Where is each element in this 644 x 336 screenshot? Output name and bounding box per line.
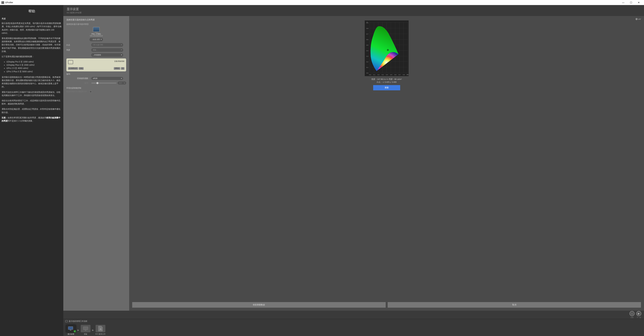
cie-chart: yx 0.00.10.20.30.40.50.60.70.80.9 0.00.1… xyxy=(365,20,408,77)
help-para: 以下是愛色麗設備的建議測量範圍： xyxy=(2,55,62,58)
nav-bar: ⌂ 主页 ▶ 下一步 xyxy=(63,311,644,319)
help-para: 愛色麗測量設備涵蓋如此廣的亮度範圍。不同的設備具有不同的建議測量範圍。如果選取超… xyxy=(2,37,62,53)
step-thumb-icon xyxy=(66,325,76,332)
backlight-dropdown[interactable]: 白光 LED xyxy=(90,38,103,41)
help-device-list: i1Display Pro 0 至 1000 cd/m2 i1Display P… xyxy=(6,60,62,73)
svg-text:0.8: 0.8 xyxy=(366,28,368,29)
page-title: 显示设置 xyxy=(67,7,640,11)
svg-text:0.2: 0.2 xyxy=(366,61,368,63)
svg-text:0.9: 0.9 xyxy=(406,74,408,76)
close-button[interactable]: ✕ xyxy=(635,0,643,5)
illuminance-readout: 照度：147.961 lx => 亮度：80 cd/m² xyxy=(372,78,402,81)
radio-icon xyxy=(636,18,638,20)
page-subtitle: ICC 配置文件设置 xyxy=(67,12,640,14)
ambient-checkbox-label: 根据周围的环境配置文件： xyxy=(66,90,89,93)
device-tag: CAL xyxy=(79,67,84,70)
monitor-icon xyxy=(93,27,100,32)
svg-text:0.1: 0.1 xyxy=(366,67,368,68)
svg-rect-47 xyxy=(83,327,88,330)
main-header: 显示设置 ICC 配置文件设置 xyxy=(63,5,644,16)
svg-text:0.0: 0.0 xyxy=(366,72,368,74)
tone-curve-dropdown[interactable]: sRGB xyxy=(91,77,123,80)
keep-measurement-button[interactable]: 保留测量数据 xyxy=(132,302,386,308)
list-item: i1Display Pro 0 至 1000 cd/m2 xyxy=(6,60,62,64)
help-para: 倘若在比較明亮的環境下工作，或是將顯示器與受控的照明條件匹配時，建議使用較高亮度… xyxy=(2,99,62,106)
workflow-bar: 显示色彩管理工作流程 显示设置 ▶ 测量 ▶ xyxy=(63,319,644,336)
help-note: 注意：如果您希望匹配周圍白點和亮度，建議啟用使用白點測量中的亮度而不是進行 2 … xyxy=(2,116,62,122)
svg-text:0.6: 0.6 xyxy=(394,74,396,76)
svg-text:0.7: 0.7 xyxy=(366,33,368,35)
next-button[interactable]: ▶ 下一步 xyxy=(636,311,641,318)
tone-curve-label: 语调感应函数： xyxy=(66,77,90,80)
display-type-label: 选择您的显示器与技术类型 xyxy=(66,23,126,26)
main-area: 显示设置 ICC 配置文件设置 选择您显示器的目标白点和亮度 选择您的显示器与技… xyxy=(63,5,644,336)
workflow-step-measure[interactable]: 测量 xyxy=(81,325,90,335)
svg-text:0.3: 0.3 xyxy=(382,74,384,76)
chevron-right-icon: ▶ xyxy=(92,329,94,331)
app-icon xyxy=(1,1,4,4)
svg-text:0.4: 0.4 xyxy=(366,50,368,52)
maximize-button[interactable]: ☐ xyxy=(627,0,635,5)
svg-text:0.8: 0.8 xyxy=(403,74,405,76)
window-title: i1Profiler xyxy=(5,1,619,4)
home-icon: ⌂ xyxy=(630,311,634,316)
gamma-value[interactable]: 2.2 xyxy=(118,82,126,84)
note-label: 注意： xyxy=(2,116,8,119)
monitor-id: UKC2016003014 xyxy=(66,35,126,37)
svg-text:0.9: 0.9 xyxy=(366,22,368,24)
svg-text:0.4: 0.4 xyxy=(386,74,388,76)
svg-rect-48 xyxy=(85,330,86,330)
device-info-icon[interactable]: ⓘ xyxy=(121,67,124,70)
workflow-step-icc-profile[interactable]: ICC 配置文件 xyxy=(96,325,106,335)
help-heading: 亮度 xyxy=(2,17,62,20)
home-button[interactable]: ⌂ 主页 xyxy=(630,311,634,318)
window-titlebar: i1Profiler — ☐ ✕ xyxy=(0,0,644,5)
measurement-readout: 照度：147.961 lx => 亮度：80 cd/m² 白点： x: 0.42… xyxy=(372,78,402,84)
workflow-title: 显示色彩管理工作流程 xyxy=(63,319,644,324)
ambient-control-label: 环境光源智能控制 xyxy=(66,87,90,89)
svg-text:0.1: 0.1 xyxy=(373,74,375,76)
chromaticity-diagram: yx 0.00.10.20.30.40.50.60.70.80.9 0.00.1… xyxy=(365,20,408,76)
step-thumb-icon xyxy=(81,325,90,332)
svg-text:0.7: 0.7 xyxy=(399,74,401,76)
settings-column: 选择您显示器的目标白点和亮度 选择您的显示器与技术类型 PHL 278B1 UK… xyxy=(63,16,129,311)
chevron-right-icon: ▶ xyxy=(78,329,79,331)
device-ready-text: 设备准备就绪 xyxy=(114,60,124,64)
cancel-button[interactable]: 取消 xyxy=(388,302,641,308)
device-tag: XRGA xyxy=(114,67,120,70)
help-para: 某些顯示器限制能在任一時間達到最大亮度的螢幕區域。為準確測量此類顯示器，愛色麗軟… xyxy=(2,76,62,89)
gamma-slider-label: 伽玛： xyxy=(66,82,90,84)
play-icon: ▶ xyxy=(636,311,641,316)
toggle-label: u'v' xyxy=(638,18,641,20)
measurement-column: u'v' xyxy=(129,16,644,311)
luminance-dropdown[interactable]: 测量... xyxy=(91,48,123,52)
help-para: 選取可讓您在標準工作條件下擁有舒適視覺感受的亮度級別。在較低周圍採光條件下工作，… xyxy=(2,91,62,97)
svg-text:0.2: 0.2 xyxy=(378,74,380,76)
svg-text:0.0: 0.0 xyxy=(369,74,371,76)
svg-text:0.5: 0.5 xyxy=(366,44,368,46)
whitepoint-readout: 白点： x: 0.429 y: 0.409 xyxy=(372,81,402,84)
svg-rect-45 xyxy=(68,326,73,330)
help-para: 顯示器/監視器的亮度決定光亮度。現代顯示器具有很廣的亮度範圍廣。市場上有能產生高… xyxy=(2,22,62,35)
svg-rect-46 xyxy=(70,330,71,330)
workflow-step-display-settings[interactable]: 显示设置 xyxy=(66,325,76,335)
gamma-slider[interactable] xyxy=(91,83,116,84)
whitepoint-label: 白点 xyxy=(66,44,90,46)
ambient-dropdown[interactable]: ...环境照明 xyxy=(91,53,123,57)
ambient-checkbox[interactable] xyxy=(90,91,92,93)
svg-text:0.3: 0.3 xyxy=(366,56,368,57)
luminance-label: 亮度 xyxy=(66,49,90,51)
measure-button[interactable]: 测量 xyxy=(373,85,400,90)
svg-text:0.6: 0.6 xyxy=(366,39,368,40)
monitor-name: PHL 278B1 xyxy=(66,33,126,35)
minimize-button[interactable]: — xyxy=(619,0,627,5)
whitepoint-dropdown[interactable]: CIE 光源 D65 xyxy=(91,43,123,46)
help-title: 帮助 xyxy=(2,8,62,14)
device-tag: i1 DISPLAY xyxy=(68,67,78,70)
help-panel: 帮助 亮度 顯示器/監視器的亮度決定光亮度。現代顯示器具有很廣的亮度範圍廣。市場… xyxy=(0,5,63,336)
help-para: 選取任何預定義設置，或選取自訂亮度值，針對特定檢視條件優化顯示器。 xyxy=(2,108,62,114)
gamma-label: 伽玛 xyxy=(66,73,90,75)
monitor-block: PHL 278B1 UKC2016003014 白光 LED xyxy=(66,27,126,41)
graph-mode-toggle[interactable]: u'v' xyxy=(636,18,641,20)
svg-text:0.5: 0.5 xyxy=(390,74,392,76)
